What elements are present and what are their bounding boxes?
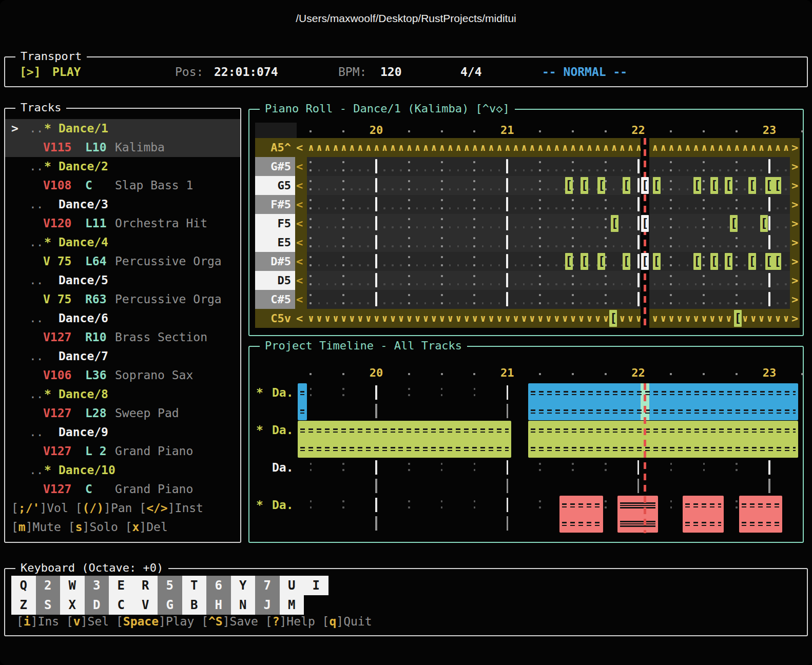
scroll-left-icon[interactable]: < (296, 271, 303, 290)
note[interactable]: [ (565, 253, 573, 270)
key-T[interactable]: T (182, 576, 207, 595)
timeline-clip-blue[interactable] (298, 383, 307, 420)
note[interactable]: [ (609, 310, 617, 327)
note-lane[interactable] (307, 157, 790, 176)
key-I[interactable]: I (304, 576, 328, 595)
piano-key-label[interactable]: F5 (255, 214, 295, 233)
playhead-line[interactable] (644, 138, 646, 328)
piano-key-label[interactable]: D#5 (255, 252, 295, 271)
track-row[interactable]: ..Dance/7V106L36Soprano Sax (5, 347, 240, 385)
track-row[interactable]: ..Dance/9V127L 2Grand Piano (5, 423, 240, 461)
note[interactable]: [ (710, 177, 718, 194)
piano-key-label[interactable]: G#5 (255, 157, 295, 176)
note[interactable]: [ (725, 253, 732, 270)
note[interactable]: [ (734, 310, 742, 327)
scroll-left-icon[interactable]: < (296, 157, 303, 176)
note[interactable]: [ (710, 253, 718, 270)
note-playing[interactable]: [ (641, 177, 649, 194)
scroll-right-icon[interactable]: > (791, 233, 798, 252)
timeline-clip-red[interactable] (617, 496, 658, 533)
note[interactable]: [ (623, 177, 630, 194)
track-row[interactable]: ..*Dance/10V127CGrand Piano (5, 461, 240, 499)
note-playing[interactable]: [ (641, 215, 649, 232)
note[interactable]: [ (611, 215, 618, 232)
piano-key-label[interactable]: A5^ (255, 138, 295, 157)
scroll-left-icon[interactable]: < (296, 252, 303, 271)
track-row[interactable]: ..*Dance/2V108CSlap Bass 1 (5, 157, 240, 195)
key-5[interactable]: 5 (158, 576, 182, 595)
timeline-track-label[interactable]: Da. (272, 458, 294, 477)
track-row[interactable]: ..*Dance/4V 75L64Percussive Orga (5, 233, 240, 271)
piano-key-label[interactable]: F#5 (255, 195, 295, 214)
note[interactable]: [ (693, 253, 701, 270)
timeline-clip-olive[interactable] (298, 421, 511, 458)
scroll-right-icon[interactable]: > (791, 214, 798, 233)
playhead-line[interactable] (644, 383, 646, 533)
note[interactable]: [ (693, 177, 701, 194)
note[interactable]: [ (597, 177, 605, 194)
note[interactable]: [[ (765, 253, 781, 270)
piano-key-label[interactable]: E5 (255, 233, 295, 252)
key-E[interactable]: E (109, 576, 133, 595)
piano-key-label[interactable]: C5v (255, 309, 295, 328)
scroll-left-icon[interactable]: < (296, 214, 303, 233)
note[interactable]: [ (730, 215, 738, 232)
piano-key-label[interactable]: G5 (255, 176, 295, 195)
note[interactable]: [ (581, 253, 588, 270)
note-playing[interactable]: [ (641, 253, 649, 270)
timeline-track-label[interactable]: Da. (272, 421, 294, 440)
track-row[interactable]: >..*Dance/1V115L10Kalimba (5, 119, 240, 157)
note[interactable]: [ (760, 215, 768, 232)
key-3[interactable]: 3 (85, 576, 109, 595)
track-row[interactable]: ..Dance/3V120L11Orchestra Hit (5, 195, 240, 233)
piano-key-label[interactable]: C#5 (255, 290, 295, 309)
note-lane[interactable] (307, 195, 790, 214)
note[interactable]: [ (565, 177, 573, 194)
key-U[interactable]: U (280, 576, 304, 595)
scroll-right-icon[interactable]: > (791, 271, 798, 290)
scroll-right-icon[interactable]: > (791, 176, 798, 195)
scroll-left-icon[interactable]: < (296, 309, 303, 328)
note[interactable]: [[ (765, 177, 781, 194)
note[interactable]: [ (597, 253, 605, 270)
scroll-right-icon[interactable]: > (791, 309, 798, 328)
timeline-track-label[interactable]: Da. (272, 496, 294, 515)
timeline-clip-red[interactable] (559, 496, 603, 533)
timeline-clip-olive[interactable] (528, 421, 798, 458)
piano-key-label[interactable]: D5 (255, 271, 295, 290)
scroll-left-icon[interactable]: < (296, 233, 303, 252)
scroll-right-icon[interactable]: > (791, 195, 798, 214)
timeline-clip-red[interactable] (683, 496, 723, 533)
key-R[interactable]: R (133, 576, 158, 595)
note[interactable]: [ (653, 253, 661, 270)
key-Y[interactable]: Y (231, 576, 256, 595)
scroll-right-icon[interactable]: > (791, 157, 798, 176)
scroll-right-icon[interactable]: > (791, 138, 798, 157)
note-lane[interactable] (307, 214, 790, 233)
scroll-left-icon[interactable]: < (296, 195, 303, 214)
bpm-value[interactable]: 120 (380, 63, 402, 81)
note-lane[interactable] (307, 271, 790, 290)
track-row[interactable]: ..Dance/5V 75R63Percussive Orga (5, 271, 240, 309)
key-6[interactable]: 6 (206, 576, 231, 595)
key-2[interactable]: 2 (36, 576, 61, 595)
note[interactable]: [ (623, 253, 630, 270)
note-lane[interactable] (307, 290, 790, 309)
key-W[interactable]: W (60, 576, 85, 595)
play-button[interactable]: [>] (20, 63, 41, 81)
scroll-right-icon[interactable]: > (791, 290, 798, 309)
note[interactable]: [ (653, 177, 661, 194)
scroll-right-icon[interactable]: > (791, 252, 798, 271)
key-Q[interactable]: Q (11, 576, 36, 595)
track-row[interactable]: ..Dance/6V127R10Brass Section (5, 309, 240, 347)
timeline-clip-red[interactable] (739, 496, 782, 533)
scroll-left-icon[interactable]: < (296, 176, 303, 195)
note[interactable]: [ (748, 177, 756, 194)
track-row[interactable]: ..*Dance/8V127L28Sweep Pad (5, 385, 240, 423)
note[interactable]: [ (748, 253, 756, 270)
timeline-clip-blue[interactable] (528, 383, 798, 420)
key-7[interactable]: 7 (255, 576, 280, 595)
note[interactable]: [ (725, 177, 732, 194)
timeline-track-label[interactable]: Da. (272, 383, 294, 402)
scroll-left-icon[interactable]: < (296, 290, 303, 309)
